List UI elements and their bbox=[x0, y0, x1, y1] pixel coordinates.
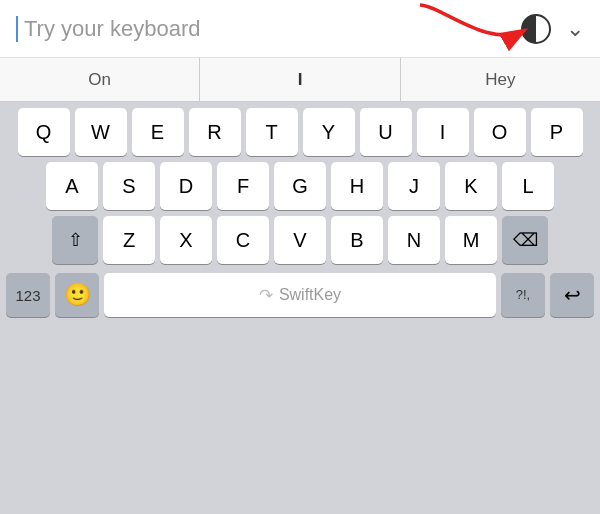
key-j[interactable]: J bbox=[388, 162, 440, 210]
input-placeholder[interactable]: Try your keyboard bbox=[24, 16, 520, 42]
key-return[interactable]: ↩ bbox=[550, 273, 594, 317]
key-k[interactable]: K bbox=[445, 162, 497, 210]
theme-toggle-icon[interactable] bbox=[520, 13, 552, 45]
key-p[interactable]: P bbox=[531, 108, 583, 156]
autocomplete-right[interactable]: Hey bbox=[401, 58, 600, 101]
key-space[interactable]: ↷ SwiftKey bbox=[104, 273, 496, 317]
key-d[interactable]: D bbox=[160, 162, 212, 210]
key-a[interactable]: A bbox=[46, 162, 98, 210]
key-row-1: Q W E R T Y U I O P bbox=[3, 108, 597, 156]
key-n[interactable]: N bbox=[388, 216, 440, 264]
key-x[interactable]: X bbox=[160, 216, 212, 264]
keyboard: Q W E R T Y U I O P A S D F G H J K L ⇧ … bbox=[0, 102, 600, 514]
top-bar: Try your keyboard ⌄ bbox=[0, 0, 600, 58]
key-v[interactable]: V bbox=[274, 216, 326, 264]
top-bar-icons: ⌄ bbox=[520, 13, 584, 45]
autocomplete-middle[interactable]: I bbox=[200, 58, 400, 101]
key-emoji[interactable]: 🙂 bbox=[55, 273, 99, 317]
key-w[interactable]: W bbox=[75, 108, 127, 156]
key-b[interactable]: B bbox=[331, 216, 383, 264]
key-c[interactable]: C bbox=[217, 216, 269, 264]
key-row-2: A S D F G H J K L bbox=[3, 162, 597, 210]
key-numbers[interactable]: 123 bbox=[6, 273, 50, 317]
key-s[interactable]: S bbox=[103, 162, 155, 210]
key-t[interactable]: T bbox=[246, 108, 298, 156]
collapse-chevron-icon[interactable]: ⌄ bbox=[566, 16, 584, 42]
key-o[interactable]: O bbox=[474, 108, 526, 156]
key-row-3: ⇧ Z X C V B N M ⌫ bbox=[3, 216, 597, 264]
autocomplete-left[interactable]: On bbox=[0, 58, 200, 101]
key-g[interactable]: G bbox=[274, 162, 326, 210]
key-f[interactable]: F bbox=[217, 162, 269, 210]
key-shift[interactable]: ⇧ bbox=[52, 216, 98, 264]
key-y[interactable]: Y bbox=[303, 108, 355, 156]
key-z[interactable]: Z bbox=[103, 216, 155, 264]
key-l[interactable]: L bbox=[502, 162, 554, 210]
key-r[interactable]: R bbox=[189, 108, 241, 156]
key-punct[interactable]: ?!, bbox=[501, 273, 545, 317]
text-cursor bbox=[16, 16, 18, 42]
key-h[interactable]: H bbox=[331, 162, 383, 210]
key-e[interactable]: E bbox=[132, 108, 184, 156]
autocomplete-bar: On I Hey bbox=[0, 58, 600, 102]
key-delete[interactable]: ⌫ bbox=[502, 216, 548, 264]
key-row-bottom: 123 🙂 ↷ SwiftKey ?!, ↩ bbox=[3, 270, 597, 320]
key-q[interactable]: Q bbox=[18, 108, 70, 156]
key-m[interactable]: M bbox=[445, 216, 497, 264]
key-i[interactable]: I bbox=[417, 108, 469, 156]
key-u[interactable]: U bbox=[360, 108, 412, 156]
